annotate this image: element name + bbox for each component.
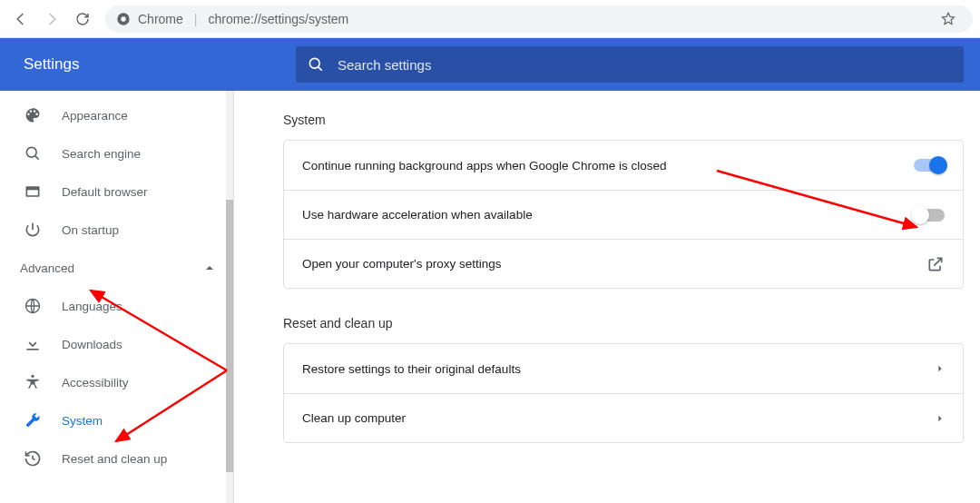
arrow-left-icon — [13, 11, 29, 27]
globe-icon — [24, 297, 42, 315]
sidebar-item-label: System — [62, 414, 103, 428]
browser-icon — [24, 182, 42, 201]
address-divider: | — [194, 12, 198, 26]
sidebar-item-label: Appearance — [62, 109, 128, 123]
address-app-label: Chrome — [138, 12, 183, 26]
sidebar-item-label: Accessibility — [62, 376, 129, 390]
settings-content: System Continue running background apps … — [234, 91, 980, 503]
sidebar-item-reset[interactable]: Reset and clean up — [0, 439, 233, 478]
svg-rect-8 — [26, 349, 38, 350]
magnify-icon — [24, 144, 42, 163]
row-label: Restore settings to their original defau… — [302, 362, 521, 376]
sidebar-item-label: Default browser — [62, 185, 148, 199]
section-title-reset: Reset and clean up — [283, 316, 964, 330]
search-input[interactable] — [338, 57, 953, 73]
chevron-right-icon — [936, 363, 945, 374]
reload-button[interactable] — [69, 5, 96, 33]
svg-point-9 — [31, 375, 34, 378]
row-proxy-settings[interactable]: Open your computer's proxy settings — [284, 239, 963, 288]
reload-icon — [74, 11, 91, 27]
chrome-icon — [116, 12, 131, 26]
reset-card: Restore settings to their original defau… — [283, 343, 964, 443]
row-label: Continue running background apps when Go… — [302, 159, 667, 173]
sidebar-item-label: Search engine — [62, 147, 141, 161]
forward-button[interactable] — [38, 5, 65, 33]
wrench-icon — [24, 411, 42, 429]
sidebar-item-appearance[interactable]: Appearance — [0, 96, 233, 134]
toggle-background-apps[interactable] — [914, 159, 945, 172]
row-label: Open your computer's proxy settings — [302, 257, 501, 271]
arrow-right-icon — [44, 11, 60, 27]
system-card: Continue running background apps when Go… — [283, 140, 964, 289]
toggle-hardware-accel[interactable] — [914, 209, 945, 222]
download-icon — [24, 335, 42, 353]
address-url: chrome://settings/system — [208, 12, 348, 26]
sidebar-item-downloads[interactable]: Downloads — [0, 325, 233, 363]
row-restore-defaults[interactable]: Restore settings to their original defau… — [284, 344, 963, 393]
sidebar-item-on-startup[interactable]: On startup — [0, 211, 233, 249]
bookmark-button[interactable] — [935, 5, 962, 33]
search-settings-box[interactable] — [296, 46, 964, 83]
svg-point-3 — [26, 147, 36, 157]
restore-icon — [24, 449, 42, 468]
palette-icon — [24, 106, 42, 124]
sidebar-advanced-toggle[interactable]: Advanced — [0, 249, 233, 287]
page-title: Settings — [0, 55, 296, 74]
row-hardware-accel[interactable]: Use hardware acceleration when available — [284, 190, 963, 239]
row-label: Clean up computer — [302, 411, 406, 425]
sidebar-item-search-engine[interactable]: Search engine — [0, 134, 233, 173]
svg-rect-6 — [27, 190, 38, 195]
row-background-apps[interactable]: Continue running background apps when Go… — [284, 141, 963, 190]
chevron-up-icon — [204, 262, 215, 273]
section-title-system: System — [283, 113, 964, 127]
sidebar-item-label: On startup — [62, 223, 119, 237]
sidebar-item-label: Downloads — [62, 338, 122, 351]
sidebar-item-accessibility[interactable]: Accessibility — [0, 363, 233, 401]
sidebar-advanced-label: Advanced — [20, 261, 74, 275]
sidebar-item-default-browser[interactable]: Default browser — [0, 173, 233, 211]
external-link-icon — [926, 255, 945, 273]
settings-header: Settings — [0, 38, 980, 91]
address-bar[interactable]: Chrome | chrome://settings/system — [105, 5, 973, 33]
star-icon — [940, 11, 956, 27]
row-cleanup-computer[interactable]: Clean up computer — [284, 393, 963, 442]
sidebar-item-label: Languages — [62, 300, 122, 313]
search-icon — [307, 55, 325, 74]
chevron-right-icon — [936, 413, 945, 424]
settings-sidebar: Appearance Search engine Default browser… — [0, 91, 234, 503]
svg-point-2 — [309, 58, 319, 68]
sidebar-item-label: Reset and clean up — [62, 452, 167, 466]
sidebar-scrollbar-thumb[interactable] — [226, 200, 233, 472]
browser-toolbar: Chrome | chrome://settings/system — [0, 0, 980, 38]
power-icon — [24, 221, 42, 239]
row-label: Use hardware acceleration when available — [302, 208, 533, 222]
sidebar-item-system[interactable]: System — [0, 401, 233, 439]
accessibility-icon — [24, 373, 42, 391]
back-button[interactable] — [7, 5, 34, 33]
sidebar-item-languages[interactable]: Languages — [0, 287, 233, 325]
svg-point-1 — [121, 16, 125, 21]
